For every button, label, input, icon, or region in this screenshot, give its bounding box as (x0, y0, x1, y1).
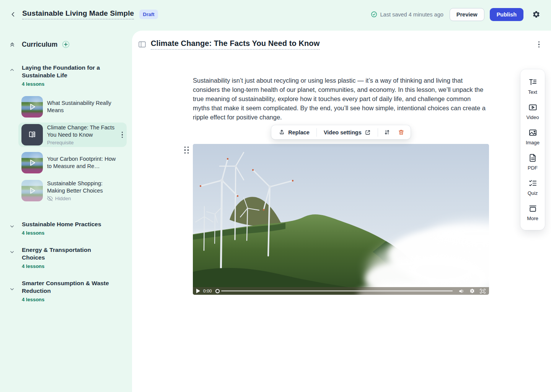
add-section-button[interactable] (62, 40, 70, 49)
replace-button[interactable]: Replace (274, 127, 314, 138)
video-preview: 0:00 (193, 144, 489, 295)
lesson-prerequisite-label: Prerequisite (47, 140, 117, 145)
scrubber-knob[interactable] (215, 289, 220, 293)
chevron-down-icon (9, 286, 15, 302)
lesson-video-thumbnail-hidden (21, 180, 43, 201)
section-title: Smarter Consumption & Waste Reduction (22, 279, 110, 295)
lesson-kebab-menu[interactable] (120, 130, 124, 139)
status-badge: Draft (139, 10, 158, 19)
check-circle-icon (371, 11, 377, 18)
video-settings-button[interactable]: Video settings (319, 127, 375, 138)
toolbar-divider (316, 128, 317, 137)
external-link-icon (365, 129, 371, 136)
move-block-button[interactable] (380, 127, 394, 138)
lesson-title-heading[interactable]: Climate Change: The Facts You Need to Kn… (151, 39, 320, 50)
trash-icon (398, 129, 404, 136)
drag-handle[interactable] (184, 146, 190, 154)
tool-label: Quiz (528, 190, 538, 196)
tool-label: More (527, 216, 538, 221)
curriculum-header: Curriculum (9, 40, 125, 49)
scrubber-track[interactable] (221, 291, 453, 291)
tool-pdf[interactable]: PDF (520, 149, 545, 175)
back-chevron-icon (10, 11, 16, 17)
tool-label: Text (528, 89, 537, 95)
lesson-content: Sustainability isn’t just about recyclin… (193, 76, 489, 295)
lesson-hidden-label: Hidden (47, 196, 117, 201)
top-header: Sustainable Living Made Simple Draft Las… (0, 0, 551, 29)
play-overlay-icon (21, 152, 43, 173)
last-saved-text: Last saved 4 minutes ago (380, 11, 443, 18)
pdf-block-icon (528, 154, 537, 162)
text-block-icon (528, 78, 537, 87)
video-block-toolbar: Replace Video settings (271, 125, 410, 139)
collapse-all-chevrons-icon (9, 41, 15, 47)
tool-label: Image (526, 140, 540, 145)
wind-turbines-scene (193, 144, 489, 295)
section-lesson-count: 4 lessons (22, 297, 110, 302)
lesson-list: What Sustainability Really Means Climate… (18, 95, 127, 203)
tool-more[interactable]: More (520, 200, 545, 225)
block-tools-panel: Text Video Image PDF Quiz More (520, 69, 545, 230)
delete-block-button[interactable] (395, 127, 408, 138)
lesson-row-what-sustainability[interactable]: What Sustainability Really Means (18, 95, 127, 119)
play-button[interactable] (196, 289, 200, 293)
lesson-video-thumbnail (21, 96, 43, 118)
section-lesson-count: 4 lessons (22, 263, 110, 269)
curriculum-section: Laying the Foundation for a Sustainable … (0, 64, 132, 203)
lesson-paragraph[interactable]: Sustainability isn’t just about recyclin… (193, 76, 489, 122)
section-header[interactable]: Energy & Transportation Choices 4 lesson… (9, 246, 125, 269)
lesson-title: Your Carbon Footprint: How to Measure an… (47, 155, 117, 170)
curriculum-section: Smarter Consumption & Waste Reduction 4 … (0, 279, 132, 302)
collapse-all-button[interactable] (9, 41, 15, 47)
tool-quiz[interactable]: Quiz (520, 175, 545, 200)
player-settings-button[interactable] (469, 288, 475, 294)
back-button[interactable] (8, 10, 18, 19)
eye-off-icon (47, 196, 53, 201)
lesson-row-climate-change[interactable]: Climate Change: The Facts You Need to Kn… (18, 122, 127, 147)
publish-button[interactable]: Publish (490, 8, 523, 21)
settings-button[interactable] (531, 10, 541, 20)
last-saved-status: Last saved 4 minutes ago (371, 11, 443, 18)
section-title: Energy & Transportation Choices (22, 246, 110, 261)
lesson-title: What Sustainability Really Means (47, 100, 117, 114)
volume-button[interactable] (459, 289, 465, 294)
lesson-title: Sustainable Shopping: Making Better Choi… (47, 180, 117, 194)
lesson-video-thumbnail (21, 152, 43, 173)
curriculum-section: Energy & Transportation Choices 4 lesson… (0, 246, 132, 269)
video-timestamp: 0:00 (203, 289, 212, 293)
curriculum-title: Curriculum (22, 41, 57, 49)
toggle-sidebar-button[interactable] (139, 41, 146, 47)
tool-text[interactable]: Text (520, 74, 545, 99)
video-block-icon (528, 103, 537, 112)
section-lesson-count: 4 lessons (22, 230, 101, 236)
curriculum-section: Sustainable Home Practices 4 lessons (0, 220, 132, 236)
upload-icon (279, 129, 285, 136)
quiz-block-icon (528, 179, 537, 188)
chevron-down-icon (9, 224, 15, 236)
image-block-icon (528, 128, 537, 137)
course-title[interactable]: Sustainable Living Made Simple (22, 9, 134, 20)
section-header[interactable]: Laying the Foundation for a Sustainable … (9, 64, 125, 87)
video-block[interactable]: 0:00 (193, 144, 489, 295)
tool-image[interactable]: Image (520, 124, 545, 149)
play-overlay-icon (21, 180, 43, 201)
plus-circle-icon (62, 40, 70, 49)
lesson-editor-canvas: Climate Change: The Facts You Need to Kn… (132, 31, 551, 392)
curriculum-sidebar: Curriculum Laying the Foundation for a S… (0, 29, 132, 392)
lesson-options-kebab[interactable] (537, 40, 541, 49)
panel-layout-icon (139, 41, 146, 47)
book-open-icon (27, 130, 37, 140)
section-header[interactable]: Sustainable Home Practices 4 lessons (9, 220, 125, 236)
preview-button[interactable]: Preview (450, 8, 484, 21)
lesson-row-carbon-footprint[interactable]: Your Carbon Footprint: How to Measure an… (18, 150, 127, 175)
section-header[interactable]: Smarter Consumption & Waste Reduction 4 … (9, 279, 125, 302)
section-title: Sustainable Home Practices (22, 220, 101, 228)
reading-lesson-tile (21, 124, 43, 145)
lesson-title: Climate Change: The Facts You Need to Kn… (47, 124, 117, 139)
sort-arrows-icon (384, 129, 390, 136)
tool-video[interactable]: Video (520, 99, 545, 124)
lesson-row-sustainable-shopping[interactable]: Sustainable Shopping: Making Better Choi… (18, 178, 127, 203)
fullscreen-button[interactable] (480, 289, 486, 294)
more-blocks-icon (528, 204, 537, 213)
section-title: Laying the Foundation for a Sustainable … (22, 64, 110, 79)
